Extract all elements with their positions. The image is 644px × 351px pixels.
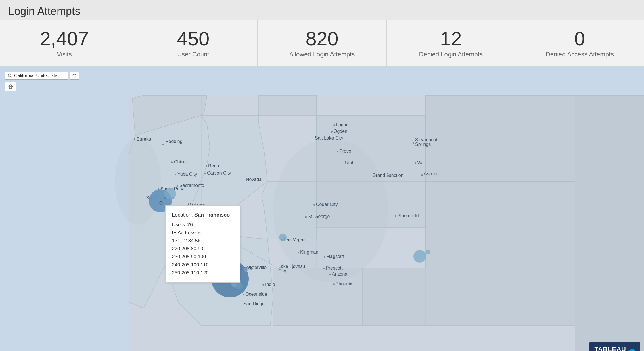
svg-point-39 bbox=[262, 284, 264, 286]
svg-text:Indio: Indio bbox=[265, 282, 275, 287]
denied-access-value: 0 bbox=[574, 29, 585, 48]
tooltip-ip-5: 250.205.110.120 bbox=[172, 269, 233, 277]
svg-text:Prescott: Prescott bbox=[326, 266, 343, 270]
svg-point-90 bbox=[236, 283, 243, 289]
svg-point-92 bbox=[425, 250, 430, 254]
svg-point-86 bbox=[279, 234, 287, 241]
search-box[interactable] bbox=[5, 72, 68, 80]
refresh-button[interactable] bbox=[70, 72, 79, 80]
svg-point-15 bbox=[162, 144, 164, 145]
svg-text:Oceanside: Oceanside bbox=[245, 292, 267, 297]
svg-text:Reno: Reno bbox=[208, 163, 219, 168]
refresh-icon bbox=[72, 73, 77, 78]
home-icon bbox=[8, 84, 13, 89]
svg-text:Yuba City: Yuba City bbox=[177, 172, 197, 177]
svg-point-91 bbox=[413, 250, 426, 263]
svg-point-17 bbox=[171, 161, 173, 163]
svg-rect-4 bbox=[0, 66, 129, 351]
stat-allowed-logins: 820 Allowed Login Attempts bbox=[258, 20, 386, 66]
svg-text:Arizona: Arizona bbox=[332, 272, 347, 276]
tooltip-users: Users: 26 bbox=[172, 221, 233, 229]
svg-text:Bloomfield: Bloomfield bbox=[397, 213, 419, 218]
tooltip-users-label: Users: bbox=[172, 222, 186, 227]
svg-text:Eureka: Eureka bbox=[137, 137, 151, 142]
svg-text:Provo: Provo bbox=[339, 149, 351, 154]
svg-text:Carson City: Carson City bbox=[207, 171, 231, 175]
svg-point-13 bbox=[134, 138, 135, 140]
svg-text:Phoenix: Phoenix bbox=[336, 281, 352, 286]
allowed-logins-value: 820 bbox=[306, 29, 338, 48]
svg-point-19 bbox=[175, 174, 176, 175]
denied-logins-value: 12 bbox=[440, 29, 462, 48]
svg-point-65 bbox=[337, 151, 338, 152]
svg-text:Las Vegas: Las Vegas bbox=[284, 237, 306, 242]
svg-text:Kingman: Kingman bbox=[300, 250, 318, 255]
svg-rect-2 bbox=[9, 87, 12, 89]
svg-line-1 bbox=[11, 77, 12, 78]
svg-point-0 bbox=[8, 74, 11, 77]
svg-point-75 bbox=[415, 162, 416, 164]
allowed-logins-label: Allowed Login Attempts bbox=[289, 51, 355, 58]
svg-text:Salt Lake City: Salt Lake City bbox=[315, 136, 343, 140]
tooltip-location-value: San Francisco bbox=[194, 212, 230, 218]
tooltip-ip-1: 131.12.34.56 bbox=[172, 237, 233, 245]
stat-user-count: 450 User Count bbox=[129, 20, 258, 66]
salesforce-cloud-icon: ☁ bbox=[628, 346, 635, 351]
svg-point-61 bbox=[395, 215, 396, 217]
denied-access-label: Denied Access Attempts bbox=[546, 51, 614, 58]
svg-point-57 bbox=[305, 216, 307, 218]
svg-text:San Diego: San Diego bbox=[243, 301, 265, 306]
visits-value: 2,407 bbox=[40, 29, 89, 48]
svg-text:Utah: Utah bbox=[345, 160, 355, 165]
tooltip-ip-label: IP Addresses: bbox=[172, 229, 233, 237]
svg-rect-5 bbox=[0, 66, 644, 95]
svg-point-47 bbox=[298, 252, 299, 253]
tooltip-ip-3: 230.205.90.100 bbox=[172, 253, 233, 261]
map-controls bbox=[5, 72, 79, 91]
search-input[interactable] bbox=[14, 73, 59, 78]
svg-point-23 bbox=[177, 185, 178, 187]
page-title: Login Attempts bbox=[0, 0, 644, 20]
svg-point-49 bbox=[324, 256, 325, 258]
svg-point-51 bbox=[323, 268, 325, 269]
user-count-value: 450 bbox=[177, 29, 209, 48]
svg-point-77 bbox=[421, 174, 423, 176]
svg-point-41 bbox=[243, 294, 244, 295]
svg-text:Grand Junction: Grand Junction bbox=[372, 173, 404, 178]
home-button[interactable] bbox=[5, 82, 16, 91]
svg-text:Flagstaff: Flagstaff bbox=[326, 254, 344, 259]
svg-text:Sacramento: Sacramento bbox=[179, 183, 204, 188]
tooltip: Location: San Francisco Users: 26 IP Add… bbox=[165, 205, 240, 283]
visits-label: Visits bbox=[57, 51, 72, 58]
svg-text:Nevada: Nevada bbox=[246, 177, 262, 182]
svg-text:Logan: Logan bbox=[336, 122, 349, 127]
svg-text:Aspen: Aspen bbox=[424, 171, 437, 176]
tooltip-location-label: Location: bbox=[172, 212, 193, 218]
svg-text:Vail: Vail bbox=[417, 160, 425, 165]
svg-point-29 bbox=[206, 165, 207, 167]
map-container[interactable]: Eureka Redding Chico Yuba City Santa Ros… bbox=[0, 66, 644, 351]
tableau-text: TABLEAU bbox=[595, 346, 626, 351]
svg-point-81 bbox=[413, 142, 414, 144]
svg-text:Cedar City: Cedar City bbox=[316, 202, 338, 207]
svg-point-71 bbox=[333, 124, 335, 126]
tooltip-location: Location: San Francisco bbox=[172, 211, 233, 220]
svg-point-85 bbox=[164, 188, 176, 199]
stat-denied-access: 0 Denied Access Attempts bbox=[515, 20, 644, 66]
svg-text:Ogden: Ogden bbox=[334, 129, 347, 134]
tooltip-ip-4: 240.205.100.110 bbox=[172, 261, 233, 269]
svg-point-93 bbox=[244, 268, 248, 272]
map-svg: Eureka Redding Chico Yuba City Santa Ros… bbox=[0, 66, 644, 351]
svg-point-55 bbox=[333, 283, 335, 285]
stat-visits: 2,407 Visits bbox=[0, 20, 129, 66]
svg-point-59 bbox=[313, 204, 315, 206]
tableau-badge: TABLEAU ☁ CONFERENCE bbox=[589, 342, 640, 351]
svg-point-7 bbox=[115, 138, 161, 225]
tooltip-ip-2: 220.205.80.90 bbox=[172, 245, 233, 253]
stats-bar: 2,407 Visits 450 User Count 820 Allowed … bbox=[0, 20, 644, 66]
svg-point-31 bbox=[204, 173, 206, 174]
stat-denied-logins: 12 Denied Login Attempts bbox=[387, 20, 515, 66]
tooltip-users-value: 26 bbox=[187, 222, 193, 227]
svg-point-53 bbox=[329, 274, 331, 275]
svg-point-6 bbox=[273, 138, 388, 282]
